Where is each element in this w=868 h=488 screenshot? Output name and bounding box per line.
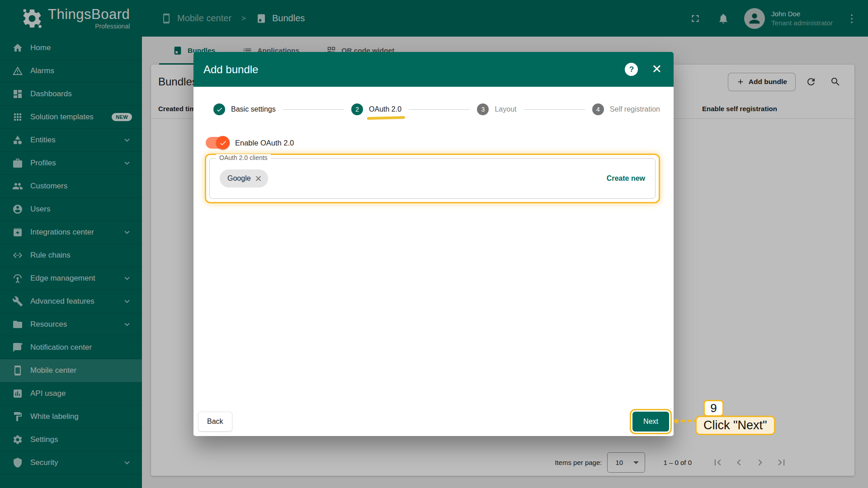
stepper: Basic settings 2 OAuth 2.0 3 Layout 4 Se… — [193, 103, 674, 115]
annotation-tooltip: Click "Next" — [695, 416, 775, 435]
step-label: Basic settings — [231, 105, 276, 113]
enable-oauth-label: Enable OAuth 2.0 — [235, 139, 294, 147]
step-basic-settings[interactable]: Basic settings — [213, 103, 276, 115]
annotation-connector-dot — [674, 419, 679, 423]
oauth-clients-field-highlighted: OAuth 2.0 clients Google ✕ Create new — [205, 154, 660, 203]
annotation-step-number-badge: 9 — [703, 400, 724, 417]
oauth-clients-field-label: OAuth 2.0 clients — [216, 154, 271, 161]
create-new-link[interactable]: Create new — [607, 174, 645, 183]
step-number: 2 — [351, 103, 363, 115]
enable-oauth-row: Enable OAuth 2.0 — [206, 136, 674, 150]
back-button[interactable]: Back — [198, 412, 232, 432]
close-icon[interactable]: ✕ — [651, 63, 662, 75]
step-self-registration[interactable]: 4 Self registration — [592, 103, 660, 115]
step-label: OAuth 2.0 — [369, 105, 401, 113]
chip-remove-icon[interactable]: ✕ — [255, 174, 262, 183]
step-layout[interactable]: 3 Layout — [477, 103, 516, 115]
next-button[interactable]: Next — [632, 412, 669, 432]
step-check-icon — [213, 103, 225, 115]
help-icon[interactable]: ? — [625, 63, 638, 76]
add-bundle-dialog: Add bundle ? ✕ Basic settings 2 OAuth 2.… — [193, 52, 674, 436]
google-client-chip[interactable]: Google ✕ — [220, 169, 268, 188]
step-number: 3 — [477, 103, 489, 115]
step-connector — [283, 109, 344, 110]
screen: ThingsBoard Professional Mobile center >… — [0, 0, 868, 488]
oauth-clients-field[interactable]: OAuth 2.0 clients Google ✕ Create new — [209, 158, 656, 199]
dialog-footer: Back Next — [193, 407, 674, 436]
chip-label: Google — [227, 174, 251, 183]
enable-oauth-toggle[interactable] — [206, 136, 228, 150]
dialog-title: Add bundle — [203, 63, 258, 76]
step-connector — [409, 109, 470, 110]
annotation-underline — [367, 116, 405, 120]
step-label: Layout — [495, 105, 516, 113]
toggle-thumb-check-icon — [216, 136, 230, 150]
step-label: Self registration — [610, 105, 660, 113]
step-number: 4 — [592, 103, 604, 115]
step-connector — [524, 109, 585, 110]
step-oauth[interactable]: 2 OAuth 2.0 — [351, 103, 401, 115]
dialog-header: Add bundle ? ✕ — [193, 52, 674, 87]
